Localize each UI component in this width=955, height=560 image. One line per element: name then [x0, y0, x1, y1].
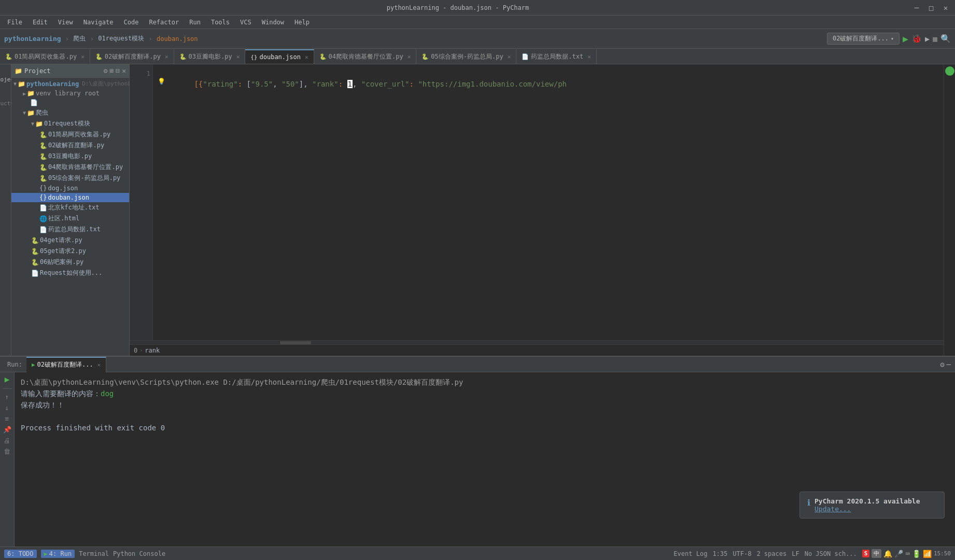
- menu-refactor[interactable]: Refactor: [145, 18, 183, 27]
- run-pin-button[interactable]: 📌: [3, 426, 11, 433]
- event-log-button[interactable]: Event Log: [673, 550, 707, 557]
- tab-04[interactable]: 🐍 04爬取肯德基餐厅位置.py ✕: [314, 49, 417, 64]
- notif-update-link[interactable]: Update...: [814, 505, 851, 513]
- debug-button[interactable]: 🐞: [911, 34, 922, 44]
- menu-file[interactable]: File: [3, 18, 26, 27]
- txt-icon: 📄: [522, 53, 529, 60]
- tab-05-close[interactable]: ✕: [508, 53, 511, 60]
- menu-tools[interactable]: Tools: [207, 18, 234, 27]
- menu-vcs[interactable]: VCS: [236, 18, 256, 27]
- run-minimize-icon[interactable]: ─: [947, 360, 951, 369]
- hide-icon[interactable]: ✕: [122, 67, 126, 75]
- run-status-button[interactable]: ▶ 4: Run: [41, 550, 75, 558]
- line-sep-label[interactable]: LF: [792, 550, 799, 557]
- restore-button[interactable]: □: [926, 4, 936, 12]
- tree-root[interactable]: ▼ 📁 pythonLearning D:\桌面\pythonLea...: [11, 79, 129, 89]
- run-blank-line: [21, 411, 949, 422]
- close-button[interactable]: ✕: [940, 4, 951, 12]
- run-tabs: Run: ▶ 02破解百度翻译... ✕ ⚙ ─: [0, 357, 955, 372]
- tree-file-06tieba[interactable]: 🐍 06贴吧案例.py: [11, 257, 129, 268]
- minimize-button[interactable]: ─: [911, 4, 922, 12]
- menu-code[interactable]: Code: [120, 18, 143, 27]
- encoding-label[interactable]: UTF-8: [733, 550, 751, 557]
- tree-file-04get[interactable]: 🐍 04get请求.py: [11, 235, 129, 246]
- window-controls[interactable]: ─ □ ✕: [911, 4, 951, 12]
- indent-label[interactable]: 2 spaces: [756, 550, 787, 557]
- tree-folder-empty[interactable]: 📄: [11, 98, 129, 107]
- run-with-coverage-button[interactable]: ▶: [925, 34, 930, 44]
- tray-icon-keyboard[interactable]: ⌨: [905, 550, 909, 558]
- tab-02[interactable]: 🐍 02破解百度翻译.py ✕: [90, 49, 174, 64]
- tree-file-shequ[interactable]: 🌐 社区.html: [11, 213, 129, 224]
- tree-file-request-docs[interactable]: 📄 Request如何使用...: [11, 268, 129, 278]
- stop-button[interactable]: ■: [933, 34, 937, 44]
- tray-icon-1[interactable]: 🔔: [883, 550, 892, 558]
- tree-file-dog[interactable]: {} dog.json: [11, 184, 129, 193]
- menu-edit[interactable]: Edit: [29, 18, 52, 27]
- breadcrumb-rank[interactable]: rank: [145, 347, 160, 354]
- tree-file-02[interactable]: 🐍 02破解百度翻译.py: [11, 140, 129, 151]
- menu-help[interactable]: Help: [290, 18, 314, 27]
- tree-file-03[interactable]: 🐍 03豆瓣电影.py: [11, 151, 129, 162]
- tab-txt[interactable]: 📄 药监总局数据.txt ✕: [516, 49, 597, 64]
- run-tab-actions: ⚙ ─: [940, 360, 955, 369]
- tab-03-close[interactable]: ✕: [236, 53, 240, 60]
- tree-file-05get[interactable]: 🐍 05get请求2.py: [11, 246, 129, 257]
- menu-window[interactable]: Window: [258, 18, 288, 27]
- run-scroll-down-button[interactable]: ↓: [5, 404, 9, 412]
- expand-icon[interactable]: ⊞: [110, 67, 114, 75]
- run-run-button[interactable]: ▶: [5, 374, 10, 384]
- horizontal-scrollbar[interactable]: [130, 340, 944, 344]
- gear-icon[interactable]: ⚙: [104, 67, 108, 75]
- tab-douban-close[interactable]: ✕: [305, 54, 308, 61]
- tree-01request[interactable]: ▼ 📁 01request模块: [11, 118, 129, 129]
- menu-navigate[interactable]: Navigate: [79, 18, 118, 27]
- terminal-button[interactable]: Terminal: [79, 550, 109, 557]
- tree-file-01[interactable]: 🐍 01简易网页收集器.py: [11, 129, 129, 140]
- tab-txt-close[interactable]: ✕: [587, 53, 591, 60]
- run-config-dropdown[interactable]: 02破解百度翻译... ▾: [827, 33, 900, 45]
- menu-run[interactable]: Run: [185, 18, 205, 27]
- tree-pachong[interactable]: ▼ 📁 爬虫: [11, 107, 129, 118]
- run-tab-icon: ▶: [32, 361, 35, 368]
- todo-button[interactable]: 6: TODO: [4, 550, 37, 558]
- tree-venv[interactable]: ▶ 📁 venv library root: [11, 89, 129, 98]
- code-editor[interactable]: [{"rating": ["9.5", "50"], "rank": 1, "c…: [153, 64, 944, 340]
- sohu-icon[interactable]: S: [862, 550, 870, 557]
- tab-douban[interactable]: {} douban.json ✕: [245, 49, 314, 64]
- tree-file-yaojian[interactable]: 📄 药监总局数据.txt: [11, 224, 129, 235]
- notification-bubble: ℹ PyCharm 2020.1.5 available Update...: [799, 492, 945, 519]
- run-word-wrap-button[interactable]: ≡: [5, 415, 9, 423]
- tray-icon-battery[interactable]: 🔋: [912, 550, 921, 558]
- search-everywhere-button[interactable]: 🔍: [940, 34, 951, 44]
- lang-badge[interactable]: 中: [872, 549, 881, 558]
- collapse-icon[interactable]: ⊟: [116, 67, 120, 75]
- menu-view[interactable]: View: [54, 18, 77, 27]
- run-clear-button[interactable]: 🗑: [4, 447, 10, 455]
- run-button[interactable]: ▶: [903, 33, 908, 44]
- cursor-position[interactable]: 1:35: [712, 550, 727, 557]
- run-print-button[interactable]: 🖨: [4, 437, 10, 444]
- run-settings-icon[interactable]: ⚙: [940, 360, 944, 369]
- tab-02-close[interactable]: ✕: [165, 53, 168, 60]
- bulb-icon[interactable]: 💡: [158, 78, 165, 85]
- breadcrumb-0[interactable]: 0: [134, 347, 137, 354]
- tab-03[interactable]: 🐍 03豆瓣电影.py ✕: [174, 49, 246, 64]
- tab-01[interactable]: 🐍 01简易网页收集器.py ✕: [0, 49, 90, 64]
- tree-file-kfc[interactable]: 📄 北京kfc地址.txt: [11, 202, 129, 213]
- json-schema-label[interactable]: No JSON sch...: [805, 550, 857, 557]
- tree-file-douban[interactable]: {} douban.json: [11, 193, 129, 202]
- run-scroll-up-button[interactable]: ↑: [5, 393, 9, 401]
- tab-05[interactable]: 🐍 05综合案例-药监总局.py ✕: [416, 49, 516, 64]
- run-tab-close[interactable]: ✕: [97, 362, 101, 368]
- tab-04-close[interactable]: ✕: [408, 53, 411, 60]
- tray-icon-2[interactable]: 🎤: [894, 550, 903, 558]
- tab-01-close[interactable]: ✕: [81, 53, 85, 60]
- py-icon-4: 🐍: [319, 53, 327, 60]
- tab-05-label: 05综合案例-药监总局.py: [431, 52, 503, 61]
- tray-icon-wifi[interactable]: 📶: [923, 550, 932, 558]
- tree-file-04[interactable]: 🐍 04爬取肯德基餐厅位置.py: [11, 162, 129, 173]
- tree-file-05[interactable]: 🐍 05综合案例-药监总局.py: [11, 173, 129, 184]
- python-console-button[interactable]: Python Console: [113, 550, 165, 557]
- run-tab-active[interactable]: ▶ 02破解百度翻译... ✕: [26, 357, 106, 372]
